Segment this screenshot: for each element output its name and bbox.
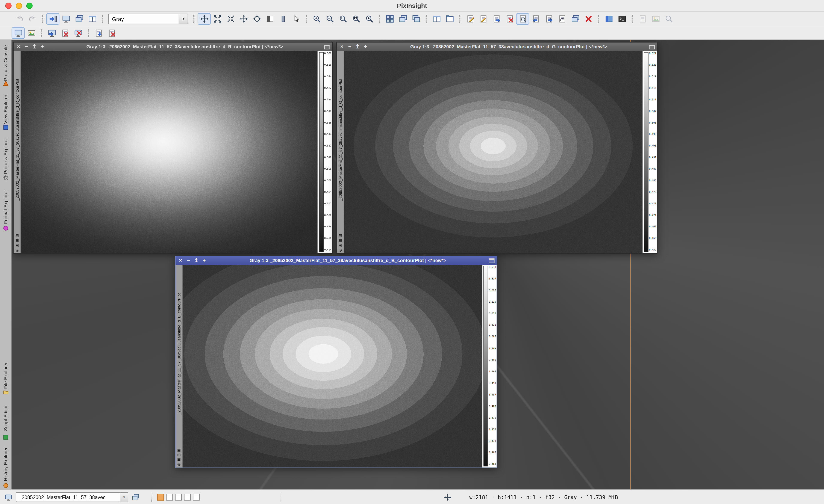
window-shade-button[interactable]: ↥ [355, 43, 360, 50]
history-back-icon[interactable] [529, 13, 542, 24]
window-zoom-button[interactable]: + [363, 43, 369, 50]
window-side-strip[interactable]: _20852002_MasterFlat_11_57_38aveclulusan… [14, 51, 21, 253]
contour-plot-r[interactable] [21, 51, 317, 253]
contour-plot-g[interactable] [344, 51, 642, 253]
window-titlebar[interactable]: × − ↥ + Gray 1:3 _20852002_MasterFlat_11… [14, 42, 332, 51]
redo-icon[interactable] [26, 13, 39, 24]
pan-mode-icon[interactable] [237, 13, 250, 24]
layers-tool-icon[interactable]: ▣ [339, 243, 342, 248]
script-doc-icon[interactable] [636, 13, 649, 24]
edit-process-icon[interactable] [477, 13, 490, 24]
workspace-swatch-active[interactable] [157, 494, 164, 501]
layers-tool-icon[interactable]: ▣ [15, 243, 19, 248]
window-zoom-button[interactable]: + [39, 43, 45, 50]
side-tool-icons[interactable]: ▤ ▦ ▣ ◎ [14, 234, 21, 252]
duplicate-window-icon[interactable] [73, 13, 86, 24]
send-to-screen-icon[interactable] [45, 27, 59, 39]
clone-process-icon[interactable] [569, 13, 582, 24]
window-maximize-icon[interactable] [649, 44, 655, 49]
window-close-button[interactable]: × [16, 43, 21, 50]
dock-tab-view-explorer[interactable]: View Explorer [0, 93, 12, 130]
arrange-windows-icon[interactable] [409, 13, 422, 24]
workspace-swatch[interactable] [184, 494, 191, 501]
help-search-icon[interactable] [662, 13, 675, 24]
dock-tab-process-explorer[interactable]: Process Explorer [0, 136, 12, 181]
export-image-icon[interactable] [92, 27, 105, 39]
select-mode-icon[interactable] [290, 13, 303, 24]
zoom-1-1-icon[interactable]: 1:1 [336, 13, 349, 24]
image-window-b[interactable]: × − ↥ + Gray 1:3 _20852002_MasterFlat_11… [175, 256, 497, 468]
fit-view-icon[interactable] [349, 13, 363, 24]
close-image-icon[interactable] [59, 27, 72, 39]
window-close-button[interactable]: × [339, 43, 345, 50]
dock-tab-history-explorer[interactable]: History Explorer [0, 445, 12, 489]
selection-tool-icon[interactable]: ▤ [339, 234, 342, 238]
image-window-r[interactable]: × − ↥ + Gray 1:3 _20852002_MasterFlat_11… [13, 42, 333, 254]
zoom-out-icon[interactable] [323, 13, 336, 24]
crop-tool-icon[interactable]: ▦ [177, 453, 181, 457]
split-view-icon[interactable] [86, 13, 99, 24]
window-close-button[interactable]: × [178, 257, 184, 264]
window-shade-button[interactable]: ↥ [193, 257, 199, 264]
invert-display-icon[interactable] [263, 13, 276, 24]
stop-process-icon[interactable] [503, 13, 516, 24]
zoom-in-icon[interactable] [310, 13, 323, 24]
channel-selector-combo[interactable]: Gray ▾ [108, 13, 188, 24]
crop-tool-icon[interactable]: ▦ [15, 239, 19, 243]
chevron-down-icon[interactable]: ▾ [179, 14, 188, 23]
workspace-swatch[interactable] [175, 494, 182, 501]
window-side-strip[interactable]: _20852002_MasterFlat_11_57_38aveclulusan… [176, 265, 183, 467]
screen-display-toggle[interactable] [12, 27, 25, 39]
side-tool-icons[interactable]: ▤ ▦ ▣ ◎ [337, 234, 344, 252]
center-image-icon[interactable] [250, 13, 263, 24]
selection-tool-icon[interactable]: ▤ [15, 234, 19, 238]
readout-tool-icon[interactable]: ◎ [339, 248, 342, 252]
window-side-strip[interactable]: _20852002_MasterFlat_11_57_38aveclulusan… [337, 51, 344, 253]
window-minimize-button[interactable]: − [185, 257, 191, 264]
explorer-panel-icon[interactable] [602, 13, 615, 24]
pan-handle-icon[interactable] [444, 494, 451, 501]
contour-plot-b[interactable] [183, 265, 482, 467]
window-zoom-button[interactable]: + [201, 257, 207, 264]
workspace-split-icon[interactable] [430, 13, 443, 24]
delete-process-icon[interactable] [582, 13, 595, 24]
window-shade-button[interactable]: ↥ [31, 43, 37, 50]
readout-tool-icon[interactable]: ◎ [15, 248, 19, 252]
window-minimize-button[interactable]: − [347, 43, 352, 50]
new-process-icon[interactable] [463, 13, 477, 24]
undo-icon[interactable] [13, 13, 26, 24]
track-view-toggle[interactable] [46, 13, 60, 24]
dock-tab-process-console[interactable]: Process Console [0, 44, 12, 86]
history-forward-icon[interactable] [542, 13, 555, 24]
chevron-down-icon[interactable]: ▾ [120, 493, 128, 502]
layers-tool-icon[interactable]: ▣ [177, 458, 181, 462]
window-minimize-button[interactable]: − [24, 43, 29, 50]
window-maximize-icon[interactable] [324, 44, 330, 49]
shrink-canvas-icon[interactable] [224, 13, 237, 24]
side-tool-icons[interactable]: ▤ ▦ ▣ ◎ [176, 448, 182, 467]
dock-tab-format-explorer[interactable]: Format Explorer [0, 187, 12, 231]
repeat-process-icon[interactable] [555, 13, 569, 24]
run-process-icon[interactable] [490, 13, 503, 24]
close-screen-icon[interactable] [72, 27, 85, 39]
process-explorer-toggle[interactable] [516, 13, 529, 24]
image-window-g[interactable]: × − ↥ + Gray 1:3 _20852002_MasterFlat_11… [336, 42, 657, 254]
expand-canvas-icon[interactable] [211, 13, 224, 24]
window-titlebar[interactable]: × − ↥ + Gray 1:3 _20852002_MasterFlat_11… [176, 256, 497, 265]
dock-tab-script-editor[interactable]: Script Editor [0, 400, 12, 440]
dock-tab-file-explorer[interactable]: File Explorer [0, 359, 12, 395]
edit-mode-icon[interactable] [198, 13, 211, 24]
screen-stretch-icon[interactable] [276, 13, 290, 24]
image-doc-icon[interactable] [649, 13, 662, 24]
view-selector-combo[interactable]: _20852002_MasterFlat_11_57_38avec ▾ [16, 492, 128, 502]
image-display-icon[interactable] [25, 27, 38, 39]
discard-image-icon[interactable] [105, 27, 118, 39]
workspace-swatch[interactable] [193, 494, 200, 501]
new-window-icon[interactable] [60, 13, 73, 24]
tile-windows-icon[interactable] [383, 13, 396, 24]
selection-tool-icon[interactable]: ▤ [177, 448, 181, 452]
workspace-swatch[interactable] [166, 494, 173, 501]
window-titlebar[interactable]: × − ↥ + Gray 1:3 _20852002_MasterFlat_11… [337, 42, 657, 51]
cascade-windows-icon[interactable] [396, 13, 409, 24]
crop-tool-icon[interactable]: ▦ [339, 239, 342, 243]
